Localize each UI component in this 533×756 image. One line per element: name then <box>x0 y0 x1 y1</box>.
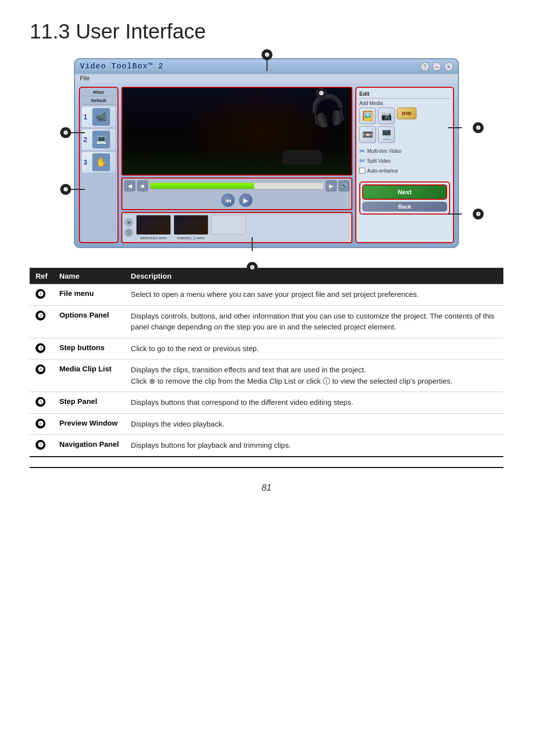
desc-cell-6: Displays the video playback. <box>125 413 503 435</box>
callout-1-line <box>266 60 267 71</box>
reference-table: Ref Name Description ❶ File menu Select … <box>30 268 503 457</box>
step-panel-header1: Mitac <box>82 90 115 96</box>
name-cell-4: Media Clip List <box>53 360 125 392</box>
clip-name-2: maestro_1.wmv <box>177 236 205 240</box>
splitvideo-label: Split Video <box>367 158 391 164</box>
table-header-row: Ref Name Description <box>30 268 503 284</box>
minimize-icon[interactable]: — <box>432 62 441 71</box>
step-number-3: 3 <box>83 158 90 166</box>
clip-items: adventure.wmv maestro_1.wmv <box>136 215 246 240</box>
nav-bottom-row: ⏮ ▶ <box>124 193 349 207</box>
desc-cell-4: Displays the clips, transition effects a… <box>125 360 503 392</box>
nav-prev-btn[interactable]: ◀ <box>124 180 135 191</box>
step-icon-3: ✋ <box>92 153 110 171</box>
desc-cell-1: Select to open a menu where you can save… <box>125 284 503 305</box>
multitrim-label: Multi-trim Video <box>367 148 401 154</box>
back-button[interactable]: Back <box>362 202 447 212</box>
auto-enhance-checkbox[interactable] <box>359 168 365 174</box>
callout-1: ❶ <box>262 49 272 60</box>
callout-7: ❼ <box>60 184 71 195</box>
ref-badge-1: ❶ <box>36 289 45 299</box>
clip-thumbnail-1[interactable] <box>136 215 171 235</box>
ref-cell-4: ❹ <box>30 360 53 392</box>
help-icon[interactable]: ? <box>420 62 429 71</box>
table-row: ❺ Step Panel Displays buttons that corre… <box>30 392 503 414</box>
add-video-btn[interactable]: 📼 <box>359 126 376 143</box>
media-icons-row: 🖼️ 📷 DVD <box>359 108 450 124</box>
ref-badge-7: ❼ <box>36 440 45 450</box>
remove-icon-ref: ⊗ <box>149 377 155 385</box>
table-header: Ref Name Description <box>30 268 503 284</box>
table-row: ❻ Preview Window Displays the video play… <box>30 413 503 435</box>
page-number: 81 <box>262 483 271 493</box>
callout-7-line <box>71 189 85 190</box>
desc-cell-3: Click to go to the next or previous step… <box>125 338 503 360</box>
nav-top-row: ◀ ■ ▶ 🔊 <box>124 180 349 191</box>
nav-play-btn[interactable]: ▶ <box>239 193 253 207</box>
callout-4-line <box>252 237 253 251</box>
callout-6: ❻ <box>316 88 327 99</box>
table-row: ❶ File menu Select to open a menu where … <box>30 284 503 305</box>
desc-cell-7: Displays buttons for playback and trimmi… <box>125 435 503 457</box>
ref-cell-5: ❺ <box>30 392 53 414</box>
nav-volume-btn[interactable]: 🔊 <box>339 180 349 191</box>
splitvideo-menu-item[interactable]: ✄ Split Video <box>359 156 450 166</box>
col-description: Description <box>125 268 503 284</box>
clip-remove-btn[interactable]: ✕ <box>124 218 133 227</box>
ref-cell-2: ❷ <box>30 305 53 338</box>
add-image-btn[interactable]: 📷 <box>378 108 395 124</box>
car-silhouette <box>282 150 322 165</box>
page-title: 11.3 User Interface <box>30 20 503 43</box>
headphones-visual: 🎧 <box>306 90 349 131</box>
media-clip-list: ✕ ⓘ adventure.wmv <box>121 212 352 243</box>
multitrim-menu-item[interactable]: ✂ Multi-trim Video <box>359 146 450 156</box>
next-back-area: Next Back <box>359 174 450 215</box>
table-row: ❸ Step buttons Click to go to the next o… <box>30 338 503 360</box>
nav-stop-btn[interactable]: ■ <box>137 180 148 191</box>
main-content: Mitac Default 1 📹 2 💻 3 ✋ <box>75 83 458 247</box>
nav-rewind-btn[interactable]: ⏮ <box>221 193 235 207</box>
ref-badge-5: ❺ <box>36 397 45 407</box>
add-photo-btn[interactable]: 🖼️ <box>359 108 376 124</box>
add-dvd-btn[interactable]: DVD <box>397 108 417 119</box>
callout-5-line <box>71 132 85 133</box>
preview-inner: 🎧 <box>122 88 351 175</box>
clip-thumb-inner-2 <box>174 216 208 234</box>
ref-cell-6: ❻ <box>30 413 53 435</box>
step-item-3[interactable]: 3 ✋ <box>82 152 115 173</box>
table-row: ❷ Options Panel Displays controls, butto… <box>30 305 503 338</box>
step-icon-2: 💻 <box>92 131 110 148</box>
center-area: 🎧 ◀ ■ ▶ 🔊 ⏮ <box>121 87 352 243</box>
desc-cell-5: Displays buttons that correspond to the … <box>125 392 503 414</box>
file-menu-item[interactable]: File <box>80 75 89 82</box>
desc-3-text: Click to go to the next or previous step… <box>131 344 259 353</box>
click-label: Click <box>131 377 147 385</box>
progress-bar-fill <box>151 183 254 189</box>
clip-info-btn[interactable]: ⓘ <box>124 228 133 237</box>
splitvideo-icon: ✄ <box>359 157 365 165</box>
step-item-2[interactable]: 2 💻 <box>82 129 115 150</box>
ref-badge-6: ❻ <box>36 419 45 429</box>
auto-enhance-row: Auto-enhance <box>359 168 450 174</box>
add-media-label: Add Media <box>359 101 450 106</box>
screenshot-container: ❶ ❷ ❸ ❹ ❺ ❻ ❼ Video ToolBox™ 2 ? — <box>74 58 459 248</box>
name-cell-2: Options Panel <box>53 305 125 338</box>
nav-next-btn[interactable]: ▶ <box>326 180 337 191</box>
close-icon[interactable]: ✕ <box>444 62 453 71</box>
name-cell-1: File menu <box>53 284 125 305</box>
next-button[interactable]: Next <box>362 184 447 200</box>
step-panel: Mitac Default 1 📹 2 💻 3 ✋ <box>79 87 118 243</box>
app-window: Video ToolBox™ 2 ? — ✕ File Mitac Defaul… <box>74 58 459 248</box>
ref-badge-3: ❸ <box>36 343 45 353</box>
step-item-1[interactable]: 1 📹 <box>82 107 115 127</box>
name-cell-5: Step Panel <box>53 392 125 414</box>
callout-4: ❹ <box>247 262 258 273</box>
clip-thumbnail-2[interactable] <box>174 215 208 235</box>
add-screen-btn[interactable]: 🖥️ <box>378 126 395 143</box>
step-number-1: 1 <box>83 113 90 121</box>
info-icon-ref: ⓘ <box>323 377 330 385</box>
title-bar-icons: ? — ✕ <box>420 62 453 71</box>
col-name: Name <box>53 268 125 284</box>
callout-5: ❺ <box>60 127 71 138</box>
add-media-section: Add Media 🖼️ 📷 DVD 📼 🖥️ <box>359 101 450 143</box>
